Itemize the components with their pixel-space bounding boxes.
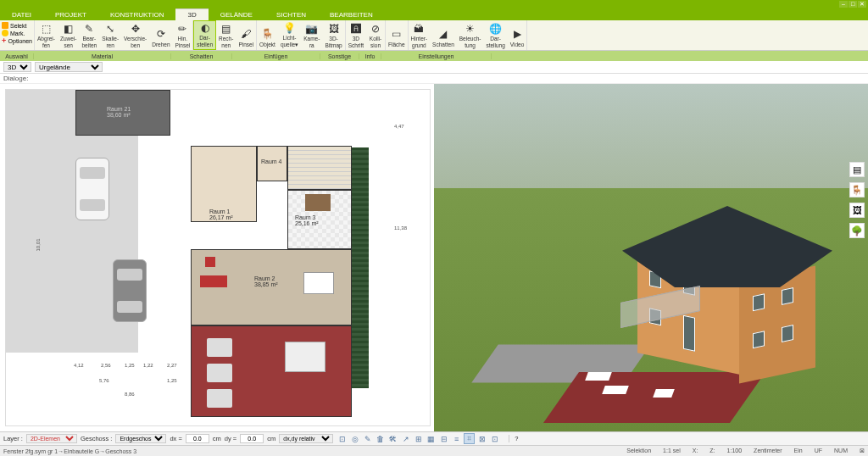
table-icon: [305, 194, 331, 211]
minimize-button[interactable]: –: [839, 1, 848, 8]
flaeche-icon: ▭: [390, 27, 403, 41]
bottom-tool-2[interactable]: ✎: [362, 433, 373, 444]
beleuchtung-button[interactable]: ☀Beleuch-tung: [457, 20, 484, 50]
bottom-tool-3[interactable]: 🗑: [375, 433, 386, 444]
status-uf: UF: [815, 448, 822, 454]
close-button[interactable]: ✕: [858, 1, 866, 8]
flaeche-button[interactable]: ▭Fläche: [386, 20, 408, 50]
tab-sichten[interactable]: SICHTEN: [264, 8, 318, 20]
abgreifen-button[interactable]: ⬚Abgrei-fen: [35, 20, 58, 50]
darstellen-button[interactable]: ◐Dar-stellen: [193, 20, 216, 50]
mark-tool[interactable]: Mark.: [2, 30, 32, 36]
status-ratio: 1:1 sel: [663, 448, 681, 454]
layer-select[interactable]: 2D-Elemen: [26, 434, 77, 443]
kollision-button[interactable]: ⊘Kolli-sion: [366, 20, 385, 50]
tab-konstruktion[interactable]: KONSTRUKTION: [98, 8, 176, 20]
status-bar: Fenster 2fg.sym gr 1→Einbauteile G→Gesch…: [0, 445, 868, 456]
tab-bearbeiten[interactable]: BEARBEITEN: [318, 8, 385, 20]
dx-input[interactable]: [186, 434, 209, 443]
right-tool-2[interactable]: 🖼: [849, 203, 865, 218]
table-icon: [653, 389, 675, 398]
bottom-tool-11[interactable]: ⊠: [476, 433, 487, 444]
title-bar: – □ ✕: [0, 0, 868, 8]
tab-gelände[interactable]: GELÄNDE: [209, 8, 264, 20]
room-4: Raum 4: [257, 146, 287, 181]
bottom-tool-1[interactable]: ◎: [349, 433, 360, 444]
3d-scene: [434, 84, 868, 431]
drehen-button[interactable]: ⟳Drehen: [149, 20, 172, 50]
verschieben-button[interactable]: ✥Verschie-ben: [121, 20, 149, 50]
rechnen-icon: ▤: [220, 22, 233, 35]
mark-icon: [2, 30, 8, 36]
bottom-tool-8[interactable]: ⊟: [438, 433, 449, 444]
status-z: Z:: [709, 448, 715, 454]
bottom-tool-4[interactable]: 🛠: [387, 433, 398, 444]
window-icon: [753, 331, 765, 348]
options-tool[interactable]: +Optionen: [2, 37, 32, 44]
bottom-tool-0[interactable]: ⊡: [337, 433, 348, 444]
bottom-toolbar: Layer : 2D-Elemen Geschoss : Erdgeschos …: [0, 431, 868, 445]
chair-icon: [205, 257, 215, 267]
window-icon: [782, 287, 793, 305]
group-label: Einstellungen: [381, 53, 492, 59]
coord-mode-select[interactable]: dx,dy relativ: [279, 434, 333, 443]
objekt-button[interactable]: 🪑Objekt: [257, 20, 278, 50]
tab-3d[interactable]: 3D: [175, 8, 208, 20]
dy-label: dy =: [225, 435, 236, 442]
dialog-label: Dialoge:: [0, 74, 868, 84]
kamera-button[interactable]: 📷Kame-ra: [301, 20, 322, 50]
verschieben-icon: ✥: [129, 22, 142, 35]
room-label: Raum 238,85 m²: [254, 275, 278, 287]
tab-datei[interactable]: DATEI: [0, 8, 43, 20]
tab-projekt[interactable]: PROJEKT: [43, 8, 98, 20]
dimension: 11,38: [394, 225, 407, 231]
hinpinsel-button[interactable]: ✏Hin.Pinsel: [173, 20, 193, 50]
lichtquelle-button[interactable]: 💡Licht-quelle▾: [278, 20, 301, 50]
help-button[interactable]: ?: [509, 435, 518, 442]
pinsel-button[interactable]: 🖌Pinsel: [236, 20, 256, 50]
plus-icon: +: [2, 37, 7, 44]
right-tool-1[interactable]: 🪑: [849, 182, 865, 197]
kamera-icon: 📷: [305, 22, 319, 35]
hintergrund-button[interactable]: 🏔Hinter-grund: [409, 20, 431, 50]
status-ein: Ein: [794, 448, 803, 454]
right-tool-0[interactable]: ▤: [849, 162, 865, 177]
lounger-icon: [207, 389, 232, 408]
dimension: 1,22: [143, 363, 153, 368]
status-unit: Zentimeter: [754, 448, 782, 454]
floor-select[interactable]: Erdgeschos: [115, 434, 166, 443]
right-tool-3[interactable]: 🌳: [849, 223, 865, 238]
bottom-tool-9[interactable]: ≡: [451, 433, 462, 444]
view-select[interactable]: Urgelände: [35, 62, 103, 72]
dy-input[interactable]: [240, 434, 264, 443]
rechnen-button[interactable]: ▤Rech-nen: [216, 20, 236, 50]
bottom-tool-6[interactable]: ⊞: [413, 433, 424, 444]
3dschrift-button[interactable]: 🅰3DSchrift: [346, 20, 366, 50]
3d-view-pane[interactable]: [434, 84, 868, 431]
maximize-button[interactable]: □: [849, 1, 857, 8]
bottom-tool-7[interactable]: ▦: [426, 433, 437, 444]
bearbeiten-button[interactable]: ✎Bear-beiten: [79, 20, 99, 50]
status-path: Fenster 2fg.sym gr 1→Einbauteile G→Gesch…: [3, 448, 136, 454]
dimension: 2,27: [167, 363, 177, 368]
group-label: Einfügen: [232, 53, 320, 59]
floorplan-pane[interactable]: Raum 2138,60 m² Raum 4 Raum 325,16 m² Ra…: [0, 84, 434, 431]
darstellung-icon: 🌐: [489, 22, 503, 35]
dimension: 5,76: [99, 378, 109, 383]
bottom-tool-10[interactable]: ⌗: [464, 433, 475, 444]
dx-label: dx =: [170, 435, 181, 442]
mode-select[interactable]: 3D: [3, 62, 31, 72]
select-tool[interactable]: Selekt: [2, 22, 32, 29]
schatten2-button[interactable]: ◢Schatten: [430, 20, 457, 50]
3dbitmap-button[interactable]: 🖼3D-Bitmap: [322, 20, 344, 50]
unit-label: cm: [213, 435, 221, 442]
status-x: X:: [693, 448, 698, 454]
group-label: Sonstige: [320, 53, 359, 59]
bottom-tool-12[interactable]: ⊡: [489, 433, 500, 444]
video-button[interactable]: ▶Video: [508, 20, 527, 50]
skalieren-button[interactable]: ⤡Skalie-ren: [99, 20, 121, 50]
zuweisen-button[interactable]: ◧Zuwei-sen: [58, 20, 80, 50]
bottom-tool-5[interactable]: ↗: [400, 433, 411, 444]
room-garage: Raum 2138,60 m²: [75, 90, 170, 136]
darstellung-button[interactable]: 🌐Dar-stellung: [483, 20, 507, 50]
